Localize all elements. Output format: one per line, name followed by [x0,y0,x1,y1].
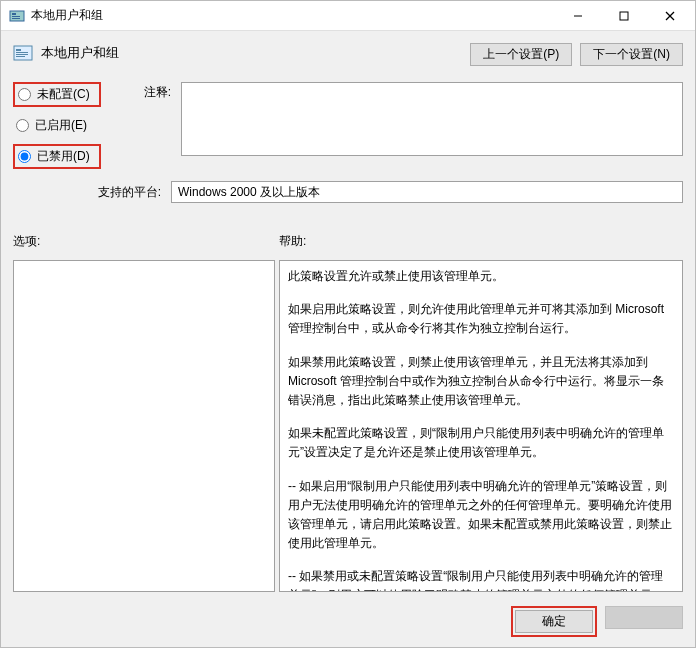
help-paragraph: -- 如果启用“限制用户只能使用列表中明确允许的管理单元”策略设置，则用户无法使… [288,477,674,554]
titlebar: 本地用户和组 [1,1,695,31]
window-title: 本地用户和组 [31,7,555,24]
help-panel[interactable]: 此策略设置允许或禁止使用该管理单元。 如果启用此策略设置，则允许使用此管理单元并… [279,260,683,592]
comment-textarea[interactable] [181,82,683,156]
radio-enabled-label: 已启用(E) [35,117,87,134]
radio-enabled[interactable]: 已启用(E) [13,115,101,136]
help-paragraph: 如果禁用此策略设置，则禁止使用该管理单元，并且无法将其添加到 Microsoft… [288,353,674,411]
radio-disabled[interactable]: 已禁用(D) [13,144,101,169]
options-panel [13,260,275,592]
svg-rect-10 [16,52,28,53]
ok-button[interactable]: 确定 [515,610,593,633]
next-setting-button[interactable]: 下一个设置(N) [580,43,683,66]
previous-setting-button[interactable]: 上一个设置(P) [470,43,572,66]
help-paragraph: 此策略设置允许或禁止使用该管理单元。 [288,267,674,286]
help-label: 帮助: [279,233,306,250]
supported-platform-value: Windows 2000 及以上版本 [171,181,683,203]
help-paragraph: 如果启用此策略设置，则允许使用此管理单元并可将其添加到 Microsoft 管理… [288,300,674,338]
radio-not-configured[interactable]: 未配置(C) [13,82,101,107]
radio-enabled-input[interactable] [16,119,29,132]
svg-rect-9 [16,49,21,51]
maximize-button[interactable] [601,1,647,31]
supported-platform-label: 支持的平台: [13,184,161,201]
svg-rect-12 [16,56,25,57]
help-paragraph: 如果未配置此策略设置，则“限制用户只能使用列表中明确允许的管理单元”设置决定了是… [288,424,674,462]
options-label: 选项: [13,233,279,250]
svg-rect-3 [12,18,20,19]
comment-label: 注释: [111,82,171,101]
radio-disabled-input[interactable] [18,150,31,163]
help-paragraph: -- 如果禁用或未配置策略设置“限制用户只能使用列表中明确允许的管理单元”，则用… [288,567,674,592]
app-icon [9,8,25,24]
svg-rect-2 [12,16,20,17]
radio-not-configured-input[interactable] [18,88,31,101]
minimize-button[interactable] [555,1,601,31]
close-button[interactable] [647,1,693,31]
apply-button[interactable] [605,606,683,629]
radio-disabled-label: 已禁用(D) [37,148,90,165]
svg-rect-5 [620,12,628,20]
svg-rect-1 [12,13,16,15]
policy-title: 本地用户和组 [41,44,119,62]
policy-icon [13,43,33,63]
dialog-window: 本地用户和组 本地用户和组 上一个设置(P) 下一个设置(N) [0,0,696,648]
dialog-footer: 确定 [1,600,695,647]
radio-not-configured-label: 未配置(C) [37,86,90,103]
svg-rect-11 [16,54,28,55]
